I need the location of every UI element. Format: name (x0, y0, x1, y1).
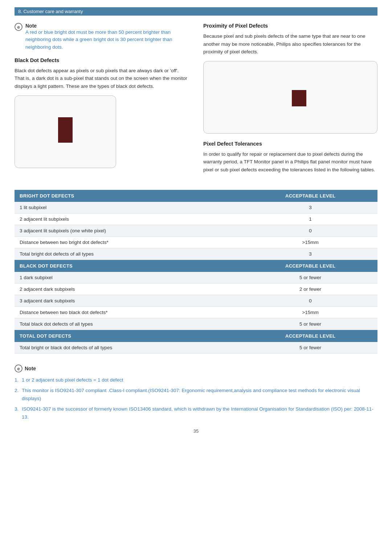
total-dot-header: TOTAL DOT DEFECTS (15, 330, 243, 342)
bottom-notes: e Note 1.1 or 2 adjacent sub pixel defec… (15, 364, 377, 421)
proximity-heading: Proximity of Pixel Defects (203, 23, 377, 29)
breadcrumb: 8. Customer care and warranty (15, 7, 377, 16)
table-row: Distance between two bright dot defects*… (15, 236, 377, 248)
list-item: 2.This monitor is ISO9241-307 compliant … (15, 387, 377, 402)
note-icon-wrapper: e (15, 23, 23, 32)
note-text: A red or blue bright dot must be more th… (25, 29, 189, 51)
list-item: 1.1 or 2 adjacent sub pixel defects = 1 … (15, 376, 377, 384)
page-wrapper: 8. Customer care and warranty e Note A r… (0, 0, 392, 448)
black-dot-text: Black dot defects appear as pixels or su… (15, 67, 189, 90)
two-col-layout: e Note A red or blue bright dot must be … (15, 23, 377, 179)
list-item: 3.ISO9241-307 is the successor of former… (15, 405, 377, 421)
note-content: Note A red or blue bright dot must be mo… (25, 23, 189, 51)
table-row: 2 adjacent lit subpixels1 (15, 213, 377, 225)
table-row: 1 dark subpixel5 or fewer (15, 272, 377, 284)
dark-dot-illustration (58, 117, 73, 143)
bottom-note-label: e Note (15, 364, 377, 372)
table-row: 2 adjacent dark subpixels2 or fewer (15, 283, 377, 295)
table-row: 1 lit subpixel3 (15, 202, 377, 213)
table-row: 3 adjacent dark subpixels0 (15, 295, 377, 306)
svg-text:e: e (17, 366, 20, 371)
tolerances-text: In order to qualify for repair or replac… (203, 150, 377, 174)
bottom-note-icon: e (15, 364, 23, 372)
table-row: Distance between two black dot defects*>… (15, 306, 377, 318)
defect-table: BRIGHT DOT DEFECTS ACCEPTABLE LEVEL 1 li… (15, 190, 377, 354)
total-dot-level: ACCEPTABLE LEVEL (243, 330, 377, 342)
page-number: 35 (15, 428, 377, 434)
note-heading: Note (25, 23, 189, 29)
tolerances-heading: Pixel Defect Tolerances (203, 141, 377, 147)
black-dot-level: ACCEPTABLE LEVEL (243, 260, 377, 272)
black-dot-heading: Black Dot Defects (15, 57, 189, 63)
proximity-dot-illustration (292, 90, 306, 106)
svg-text:e: e (17, 24, 20, 30)
proximity-diagram (203, 61, 377, 134)
bright-dot-level: ACCEPTABLE LEVEL (243, 190, 377, 202)
black-dot-diagram (15, 95, 116, 168)
table-row: 3 adjacent lit subpixels (one white pixe… (15, 225, 377, 236)
note-icon: e (15, 23, 23, 31)
right-column: Proximity of Pixel Defects Because pixel… (203, 23, 377, 179)
black-dot-header: BLACK DOT DEFECTS (15, 260, 243, 272)
table-row: Total bright dot defects of all types3 (15, 248, 377, 260)
bright-dot-header: BRIGHT DOT DEFECTS (15, 190, 243, 202)
bottom-notes-list: 1.1 or 2 adjacent sub pixel defects = 1 … (15, 376, 377, 421)
proximity-text: Because pixel and sub pixels defects of … (203, 32, 377, 56)
note-block: e Note A red or blue bright dot must be … (15, 23, 189, 51)
table-row: Total bright or black dot defects of all… (15, 342, 377, 354)
left-column: e Note A red or blue bright dot must be … (15, 23, 189, 179)
table-row: Total black dot defects of all types5 or… (15, 318, 377, 330)
